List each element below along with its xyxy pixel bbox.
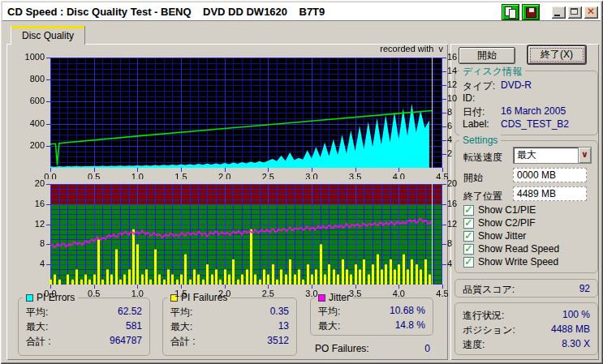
stat-label: 平均:	[318, 305, 340, 319]
pi-errors-chart	[19, 51, 462, 179]
end-position-label: 終了位置	[463, 190, 502, 203]
window-title: CD Speed : Disc Quality Test - BENQ DVD …	[2, 6, 325, 18]
start-position-field[interactable]: 0000 MB	[513, 168, 587, 182]
checkbox-icon: ✓	[463, 257, 474, 268]
check-icon: ✓	[464, 203, 473, 216]
stat-label: 平均:	[26, 306, 48, 319]
check-icon: ✓	[464, 229, 473, 242]
transfer-speed-value: 最大	[514, 148, 578, 162]
end-position-field[interactable]: 4489 MB	[513, 186, 587, 201]
disc-info-box: ディスク情報 タイプ:DVD-R ID: 日付:16 March 2005 La…	[454, 71, 598, 135]
recorded-with-note: recorded with v	[308, 44, 443, 54]
stat-value: 964787	[110, 335, 142, 349]
po-failures-label: PO Failures:	[315, 343, 369, 354]
checkbox-icon: ✓	[463, 205, 474, 216]
save-button[interactable]	[522, 4, 540, 20]
check-icon: ✓	[464, 216, 473, 229]
chevron-down-icon: ∨	[579, 148, 591, 163]
disc-type-value: DVD-R	[501, 79, 532, 93]
progress-value: 100 %	[562, 309, 590, 323]
quality-score-label: 品質スコア:	[463, 283, 515, 297]
stat-label: 最大:	[26, 320, 48, 334]
pi-failures-jitter-chart	[19, 179, 462, 301]
stat-label: 最大:	[170, 320, 192, 334]
stat-value: 3512	[267, 335, 289, 349]
disc-info-label: 日付:	[463, 105, 501, 119]
pi-errors-stats-box: PI Errors 平均:62.52 最大:581 合計 :964787	[18, 298, 150, 356]
speed-label: 速度:	[463, 338, 485, 352]
checkbox-show-jitter[interactable]: ✓Show Jitter	[463, 230, 526, 242]
stat-value: 13	[278, 320, 289, 334]
po-failures-value: 0	[424, 343, 430, 354]
close-button[interactable]: ✕	[584, 6, 598, 19]
disc-info-label: タイプ:	[463, 79, 501, 93]
copy-button[interactable]	[502, 4, 519, 20]
stat-label: 平均:	[170, 306, 192, 319]
stat-value: 0.35	[270, 306, 289, 319]
maximize-icon	[571, 8, 578, 15]
tab-label: Disc Quality	[11, 28, 84, 41]
settings-box: Settings 転送速度 最大 ∨ 開始 0000 MB 終了位置 4489 …	[454, 140, 598, 273]
title-bar: CD Speed : Disc Quality Test - BENQ DVD …	[2, 2, 601, 21]
check-icon: ✓	[464, 242, 473, 255]
settings-title: Settings	[459, 135, 501, 146]
app-window: CD Speed : Disc Quality Test - BENQ DVD …	[0, 0, 603, 364]
checkbox-show-read-speed[interactable]: ✓Show Read Speed	[463, 243, 559, 255]
progress-box: 進行状況:100 % ポジション:4488 MB 速度:8.30 X	[454, 302, 598, 355]
start-position-label: 開始	[463, 171, 483, 185]
stat-value: 14.8 %	[395, 319, 425, 333]
speed-value: 8.30 X	[562, 338, 590, 352]
combo-dropdown-button[interactable]: ∨	[578, 148, 591, 163]
disc-info-label: Label:	[463, 118, 501, 130]
titlebar-controls: ✕	[499, 3, 598, 20]
disc-label-value: CDS_TEST_B2	[501, 118, 569, 130]
check-icon: ✓	[464, 255, 473, 268]
quality-score-value: 92	[579, 283, 590, 297]
checkbox-icon: ✓	[463, 218, 474, 229]
position-label: ポジション:	[463, 323, 515, 337]
transfer-speed-select[interactable]: 最大 ∨	[513, 147, 592, 164]
quality-score-box: 品質スコア:92	[454, 279, 598, 298]
maximize-button[interactable]	[567, 6, 582, 19]
checkbox-show-write-speed[interactable]: ✓Show Write Speed	[463, 256, 558, 268]
transfer-speed-label: 転送速度	[463, 151, 502, 165]
stat-value: 62.52	[118, 306, 142, 319]
checkbox-show-c1-pie[interactable]: ✓Show C1/PIE	[463, 204, 536, 216]
jitter-stats-box: Jitter 平均:10.68 % 最大:14.8 %	[310, 298, 433, 336]
stat-value: 10.68 %	[390, 305, 425, 319]
stat-label: 最大:	[318, 319, 340, 333]
position-value: 4488 MB	[551, 323, 590, 337]
disc-info-label: ID:	[463, 92, 501, 104]
tab-disc-quality[interactable]: Disc Quality	[11, 26, 85, 45]
stat-label: 合計 :	[170, 335, 196, 349]
progress-label: 進行状況:	[463, 309, 504, 323]
stat-label: 合計 :	[26, 335, 51, 349]
checkbox-icon: ✓	[463, 231, 474, 242]
checkbox-icon: ✓	[463, 244, 474, 255]
start-button[interactable]: 開始	[459, 47, 515, 64]
close-icon: ✕	[584, 6, 598, 18]
checkbox-show-c2-pif[interactable]: ✓Show C2/PIF	[463, 217, 536, 229]
po-failures-row: PO Failures: 0	[315, 343, 430, 354]
disc-info-title: ディスク情報	[459, 65, 525, 79]
pi-failures-stats-box: PI Failures 平均:0.35 最大:13 合計 :3512	[162, 298, 297, 356]
disc-date-value: 16 March 2005	[501, 105, 566, 119]
stat-value: 581	[126, 320, 142, 334]
exit-button[interactable]: 終了(X)	[528, 45, 586, 64]
minimize-icon	[554, 15, 560, 16]
minimize-button[interactable]	[551, 6, 566, 19]
